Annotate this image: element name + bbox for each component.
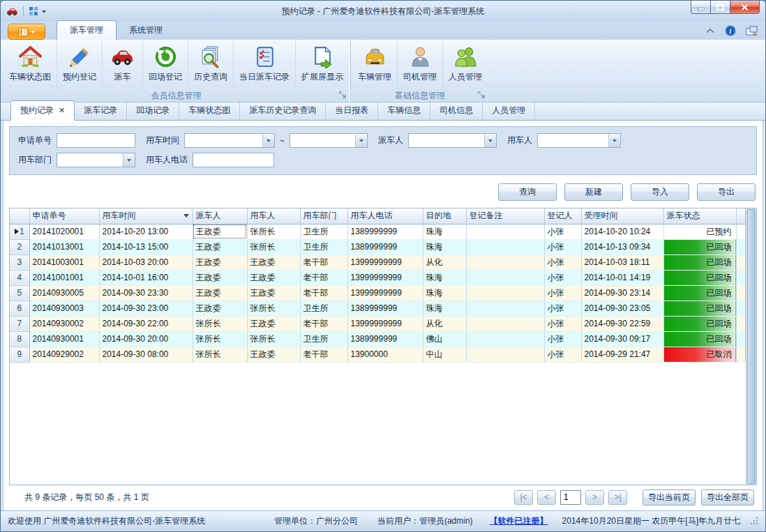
- export-all-pages-button[interactable]: 导出全部页: [701, 489, 754, 506]
- first-page-button[interactable]: |<: [514, 490, 533, 505]
- cell[interactable]: 小张: [544, 270, 581, 285]
- cell[interactable]: 小张: [544, 285, 581, 301]
- license-link[interactable]: 【软件已注册】: [490, 515, 548, 527]
- column-header-5[interactable]: 用车部门: [300, 208, 347, 224]
- column-header-6[interactable]: 用车人电话: [347, 208, 423, 224]
- column-header-2[interactable]: 用车时间: [99, 208, 193, 224]
- doc-tab-4[interactable]: 车辆状态图: [179, 101, 240, 120]
- close-tab-icon[interactable]: ✕: [59, 107, 65, 114]
- cell[interactable]: 珠海: [423, 301, 466, 316]
- cell[interactable]: 2014-09-30 23:05: [581, 301, 663, 316]
- cell[interactable]: 2014-09-30 23:14: [581, 285, 663, 301]
- ribbon-button-pencil[interactable]: 预约登记: [57, 41, 102, 89]
- cell[interactable]: 王政委: [193, 285, 247, 301]
- row-indicator[interactable]: 2: [10, 239, 29, 254]
- cell[interactable]: 王政委: [247, 254, 300, 270]
- status-cell[interactable]: 已回场: [663, 254, 736, 270]
- cell[interactable]: 老干部: [300, 316, 347, 331]
- cell[interactable]: 卫生所: [300, 301, 347, 316]
- cell[interactable]: 13999999999: [347, 285, 423, 301]
- cell[interactable]: 张所长: [193, 331, 247, 347]
- collapse-ribbon-icon[interactable]: [705, 28, 715, 33]
- cell[interactable]: 卫生所: [300, 239, 347, 254]
- cell[interactable]: 张所长: [247, 301, 300, 316]
- cell[interactable]: 2014-10-13 15:00: [99, 239, 193, 254]
- cell[interactable]: [466, 316, 544, 331]
- row-indicator-header[interactable]: [10, 208, 29, 224]
- prev-page-button[interactable]: <: [537, 490, 556, 505]
- cell[interactable]: 2014-09-30 23:30: [99, 285, 193, 301]
- toolbar-dropdown-icon[interactable]: [42, 10, 46, 15]
- page-number-input[interactable]: [560, 490, 581, 505]
- ribbon-button-recycle[interactable]: 回场登记: [142, 41, 188, 89]
- cell[interactable]: 王政委: [247, 270, 300, 285]
- status-cell[interactable]: 已回场: [663, 285, 736, 301]
- ribbon-button-driver[interactable]: 司机管理: [397, 41, 442, 89]
- export-button[interactable]: 导出: [697, 183, 756, 201]
- combo-input[interactable]: [538, 134, 608, 147]
- last-page-button[interactable]: >|: [608, 490, 627, 505]
- dialog-launcher-icon[interactable]: [339, 91, 347, 101]
- cell[interactable]: 老干部: [300, 347, 347, 362]
- cell[interactable]: 1389999999: [347, 239, 423, 254]
- filter-input-row2-2[interactable]: [193, 153, 274, 167]
- doc-tab-1[interactable]: 预约记录✕: [10, 100, 75, 121]
- cell[interactable]: 20140930001: [29, 331, 99, 347]
- status-cell[interactable]: 已回场: [663, 239, 736, 254]
- status-cell[interactable]: 已回场: [663, 316, 736, 331]
- column-header-8[interactable]: 登记备注: [466, 208, 544, 224]
- combo-input[interactable]: [290, 134, 355, 147]
- cell[interactable]: 2014-10-03 20:00: [99, 254, 193, 270]
- cell[interactable]: 张所长: [193, 316, 247, 331]
- next-page-button[interactable]: >: [585, 490, 604, 505]
- cell[interactable]: 1389999999: [347, 301, 423, 316]
- cell[interactable]: 王政委: [193, 254, 247, 270]
- row-indicator[interactable]: 7: [10, 316, 29, 331]
- cell[interactable]: [466, 270, 544, 285]
- cell[interactable]: 小张: [544, 316, 581, 331]
- ribbon-button-red-car[interactable]: 派车: [102, 41, 142, 89]
- dialog-launcher-icon[interactable]: [478, 91, 486, 101]
- combo-dropdown-button[interactable]: [355, 134, 367, 147]
- ribbon-button-people[interactable]: 人员管理: [442, 41, 488, 89]
- layout-grid-icon[interactable]: [29, 6, 38, 16]
- import-button[interactable]: 导入: [631, 183, 689, 201]
- cell[interactable]: 卫生所: [300, 224, 347, 239]
- doc-tab-8[interactable]: 司机信息: [430, 101, 483, 120]
- row-indicator[interactable]: 1: [10, 224, 29, 239]
- row-indicator[interactable]: 9: [10, 347, 29, 362]
- cell[interactable]: 王政委: [193, 224, 247, 239]
- ribbon-button-history-search[interactable]: 历史查询: [188, 41, 233, 89]
- cell[interactable]: 2014-10-03 18:11: [581, 254, 663, 270]
- column-header-9[interactable]: 登记人: [544, 208, 581, 224]
- info-icon[interactable]: i: [725, 25, 736, 36]
- cell[interactable]: 小张: [544, 301, 581, 316]
- cell[interactable]: [466, 224, 544, 239]
- row-indicator[interactable]: 6: [10, 301, 29, 316]
- cell[interactable]: 从化: [423, 254, 466, 270]
- combo-dropdown-button[interactable]: [484, 134, 496, 147]
- cell[interactable]: 张所长: [193, 347, 247, 362]
- cell[interactable]: 13999999999: [347, 316, 423, 331]
- cell[interactable]: 珠海: [423, 239, 466, 254]
- cell[interactable]: 1389999999: [347, 331, 423, 347]
- cell[interactable]: 2014-10-20 13:00: [99, 224, 193, 239]
- cell[interactable]: 老干部: [300, 270, 347, 285]
- cell[interactable]: 2014-10-01 14:19: [581, 270, 663, 285]
- column-header-10[interactable]: 受理时间: [581, 208, 663, 224]
- ribbon-button-extend-screen[interactable]: 扩展屏显示: [295, 41, 349, 89]
- new-button[interactable]: 新建: [564, 183, 623, 201]
- combo-dropdown-button[interactable]: [123, 153, 135, 167]
- cell[interactable]: 2014-09-30 20:00: [99, 331, 193, 347]
- column-header-7[interactable]: 目的地: [423, 208, 466, 224]
- cell[interactable]: 小张: [544, 254, 581, 270]
- cell[interactable]: 王政委: [247, 347, 300, 362]
- resize-grip-icon[interactable]: [750, 516, 758, 526]
- ribbon-button-house[interactable]: 车辆状态图: [3, 41, 57, 89]
- cell[interactable]: 小张: [544, 347, 581, 362]
- ribbon-button-checklist[interactable]: 当日派车记录: [233, 41, 295, 89]
- ribbon-tab-1[interactable]: 派车管理: [57, 20, 117, 40]
- cell[interactable]: 老干部: [300, 254, 347, 270]
- cell[interactable]: 张所长: [247, 239, 300, 254]
- doc-tab-9[interactable]: 人员管理: [483, 101, 535, 120]
